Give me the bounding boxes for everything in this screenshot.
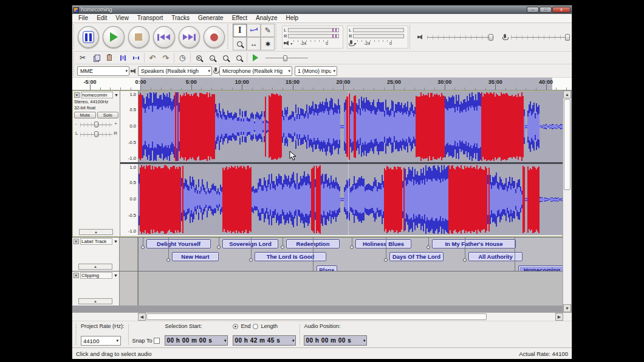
length-radio[interactable] [253,324,258,329]
scroll-up-button[interactable]: ▲ [563,90,571,98]
toolbar-gripper[interactable] [73,66,75,76]
zoom-out-button[interactable]: - [206,52,218,63]
paste-button[interactable] [103,52,115,63]
label-handle[interactable] [426,245,430,249]
scroll-left-button[interactable]: ◀ [138,313,146,321]
toolbar-gripper[interactable] [227,24,230,50]
clipping-track-content[interactable] [138,272,563,306]
redo-button[interactable]: ↷ [160,52,172,63]
recording-meter[interactable]: L R ▾ -24 0 [347,26,408,49]
copy-button[interactable] [90,52,102,63]
pause-button[interactable] [78,26,99,48]
label-handle[interactable] [384,258,388,262]
title-bar[interactable]: homecoming – □ x [72,5,572,14]
vertical-ruler-left[interactable]: 1.00.50.0-0.5-1.0 [120,91,139,162]
menu-item-generate[interactable]: Generate [194,14,228,22]
vertical-scrollbar[interactable]: ▲ ▼ [563,90,571,312]
label-handle[interactable] [463,258,467,262]
skip-to-start-button[interactable] [153,26,174,48]
track-menu-arrow-icon[interactable]: ▼ [114,239,118,244]
play-button[interactable] [103,26,124,48]
toolbar-gripper[interactable] [75,324,78,345]
maximize-button[interactable]: □ [540,7,552,13]
audio-position-field[interactable]: 00 h 00 m 00 s▾ [304,335,367,346]
menu-item-help[interactable]: Help [282,14,303,22]
playback-speed-slider[interactable] [265,54,308,61]
label-handle[interactable] [281,245,284,249]
label-handle[interactable] [141,245,145,249]
skip-to-end-button[interactable] [179,26,200,48]
menu-item-effect[interactable]: Effect [228,14,252,22]
scroll-down-button[interactable]: ▼ [563,304,571,312]
toolbar-gripper[interactable] [73,53,75,63]
gain-thumb[interactable] [94,121,98,128]
menu-item-edit[interactable]: Edit [92,14,111,22]
solo-button[interactable]: Solo [97,112,119,118]
collapse-track-button[interactable]: ▲ [79,229,113,235]
label[interactable]: Days Of The Lord [389,252,444,261]
pan-slider[interactable]: L R [75,131,117,138]
label[interactable]: In My Father's House [432,239,516,248]
input-device-select[interactable]: Microphone (Realtek Hig▾ [219,66,292,76]
menu-item-transport[interactable]: Transport [133,14,167,22]
close-button[interactable]: x [552,7,570,13]
selection-start-field[interactable]: 00 h 00 m 00 s▾ [165,335,228,346]
label[interactable]: New Heart [172,252,219,261]
label-handle[interactable] [249,258,253,262]
label[interactable]: Sovereign Lord [222,239,278,248]
output-volume-thumb[interactable] [488,34,493,41]
input-volume-thumb[interactable] [565,34,570,41]
record-button[interactable] [204,26,225,48]
undo-button[interactable]: ↶ [146,52,159,63]
silence-audio-button[interactable] [130,52,142,63]
audio-host-select[interactable]: MME▾ [77,66,129,76]
input-channels-select[interactable]: 1 (Mono) Inpu▾ [295,66,337,76]
horizontal-scroll-thumb[interactable] [146,313,487,320]
label-handle[interactable] [217,245,221,249]
track-name[interactable]: homecomin [81,92,113,98]
mute-button[interactable]: Mute [74,112,96,118]
label-handle[interactable] [350,245,354,249]
close-track-button[interactable]: ✕ [74,273,79,278]
label-handle[interactable] [166,258,170,262]
vertical-scroll-thumb[interactable] [564,99,570,190]
toolbar-gripper[interactable] [275,24,278,50]
dropdown-arrow-icon[interactable]: ▾ [290,41,292,46]
pan-thumb[interactable] [94,131,98,137]
toolbar-gripper[interactable] [73,24,75,50]
project-rate-select[interactable]: 44100▾ [81,336,121,346]
stop-button[interactable] [128,26,149,48]
menu-item-tracks[interactable]: Tracks [167,14,194,22]
horizontal-scrollbar[interactable]: ◀ ▶ [72,312,572,321]
timeshift-tool-button[interactable]: ↔ [247,37,261,50]
menu-item-view[interactable]: View [111,14,133,22]
close-track-button[interactable]: ✕ [74,239,79,244]
zoom-in-button[interactable]: + [193,52,205,63]
label[interactable]: Homecoming [518,265,563,271]
track-menu-arrow-icon[interactable]: ▼ [114,273,118,278]
label[interactable]: Holiness Blues [355,239,411,248]
track-menu-arrow-icon[interactable]: ▼ [114,93,118,97]
envelope-tool-button[interactable] [247,24,261,37]
input-volume-slider[interactable] [511,33,568,41]
fit-selection-button[interactable] [219,52,231,63]
trim-audio-button[interactable] [117,52,129,63]
fit-project-button[interactable] [233,52,245,63]
multi-tool-button[interactable]: ∗ [261,37,275,50]
sync-lock-button[interactable]: ◷ [176,52,188,63]
output-volume-slider[interactable] [427,33,494,41]
playback-meter[interactable]: L R ▾ -24 0 [282,26,343,49]
label[interactable]: Delight Yourself [146,239,211,248]
zoom-tool-button[interactable] [233,37,247,50]
scroll-right-button[interactable]: ▶ [555,313,563,321]
label[interactable]: Plans [317,265,337,271]
gain-slider[interactable]: - + [75,121,117,128]
waveform-channel-left[interactable] [139,91,563,162]
track-name[interactable]: Clipping [80,272,112,279]
minimize-button[interactable]: – [527,7,539,13]
waveform-channel-right[interactable] [139,164,563,235]
collapse-track-button[interactable]: ▲ [78,264,112,270]
label[interactable]: The Lord Is Good [255,252,326,261]
menu-item-file[interactable]: File [74,14,92,22]
draw-tool-button[interactable]: ✎ [261,24,275,37]
